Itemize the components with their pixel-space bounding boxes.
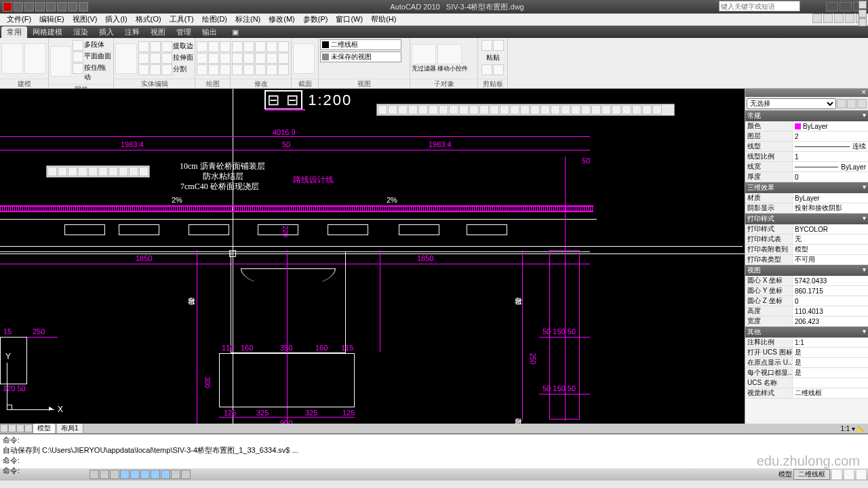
chamfer-icon[interactable] [255, 64, 266, 75]
vt6-icon[interactable] [429, 105, 438, 115]
tab-manage[interactable]: 管理 [171, 26, 197, 38]
subtract-icon[interactable] [150, 41, 161, 52]
qat-undo-icon[interactable] [46, 2, 56, 12]
prop-layer-val[interactable]: 2 [793, 131, 868, 141]
vt16-icon[interactable] [530, 105, 540, 115]
join-icon[interactable] [278, 64, 289, 75]
prop-group-general[interactable]: 常规▾ [745, 110, 868, 121]
menu-edit[interactable]: 编辑(E) [35, 14, 68, 24]
palette-btn-1[interactable] [859, 1, 867, 9]
mesh-button[interactable] [115, 43, 137, 74]
vt11-icon[interactable] [479, 105, 489, 115]
visual-style-dropdown[interactable]: 二维线框 [320, 39, 401, 50]
menu-file[interactable]: 文件(F) [3, 14, 35, 24]
qat-save-icon[interactable] [35, 2, 45, 12]
vt21-icon[interactable] [581, 105, 591, 115]
stretch-icon[interactable] [243, 53, 254, 64]
vt20-icon[interactable] [571, 105, 580, 115]
copy-icon[interactable] [243, 41, 254, 52]
vt15-icon[interactable] [520, 105, 530, 115]
menu-insert[interactable]: 插入(I) [101, 14, 131, 24]
pickadd-icon[interactable] [847, 99, 856, 108]
offset-icon[interactable] [278, 53, 289, 64]
vt19-icon[interactable] [561, 105, 570, 115]
vt18-icon[interactable] [551, 105, 560, 115]
prop-color-val[interactable]: ByLayer [793, 121, 868, 131]
vt12-icon[interactable] [490, 105, 499, 115]
paste-icon[interactable] [481, 40, 492, 51]
erase-icon[interactable] [232, 64, 243, 75]
vt10-icon[interactable] [469, 105, 479, 115]
tab-mesh[interactable]: 网格建模 [27, 26, 68, 38]
mirror-icon[interactable] [278, 41, 289, 52]
gizmo-button[interactable] [437, 44, 462, 64]
tab-output[interactable]: 输出 [197, 26, 222, 38]
vt24-icon[interactable] [612, 105, 621, 115]
tab-view[interactable]: 视图 [145, 26, 171, 38]
sep-icon[interactable] [138, 64, 149, 75]
tab-next-icon[interactable] [16, 424, 24, 432]
tab-expand-icon[interactable]: ▣ [226, 27, 244, 37]
array-icon[interactable] [267, 53, 277, 64]
vt27-icon[interactable] [642, 105, 652, 115]
clean-icon[interactable] [161, 64, 172, 75]
prop-group-plot[interactable]: 打印样式▾ [745, 214, 868, 224]
palette-btn-3[interactable] [859, 18, 867, 26]
vt23-icon[interactable] [601, 105, 611, 115]
view-toolbar[interactable] [376, 104, 675, 116]
properties-close-button[interactable]: ✕ [745, 89, 868, 97]
tab-home[interactable]: 常用 [1, 26, 27, 38]
prop-cz-val[interactable]: 0 [793, 296, 868, 306]
smooth-button[interactable] [50, 46, 71, 77]
prop-pstyle3-val[interactable]: 模型 [793, 245, 868, 254]
search-input[interactable] [719, 1, 800, 12]
prop-shadow-val[interactable]: 投射和接收阴影 [793, 203, 868, 213]
vt13-icon[interactable] [500, 105, 509, 115]
command-line[interactable]: 命令: 自动保存到 C:\Users\JIERYOU\appdata\local… [0, 433, 868, 468]
tab-annotate[interactable]: 注释 [119, 26, 145, 38]
planarsurf-icon[interactable] [73, 52, 83, 62]
maximize-button[interactable] [840, 2, 852, 12]
prop-cx-val[interactable]: 5742.0433 [793, 276, 868, 285]
menu-help[interactable]: 帮助(H) [367, 14, 400, 24]
vt8-icon[interactable] [449, 105, 458, 115]
qat-redo-icon[interactable] [57, 2, 66, 12]
font-icon[interactable] [98, 167, 108, 176]
more-icon[interactable] [139, 167, 149, 176]
vt25-icon[interactable] [622, 105, 631, 115]
prop-group-view[interactable]: 视图▾ [745, 265, 868, 276]
view-dropdown[interactable]: 未保存的视图 [320, 52, 401, 62]
bold-icon[interactable] [58, 167, 67, 176]
layout1-tab[interactable]: 布局1 [56, 423, 83, 434]
qat-open-icon[interactable] [24, 2, 34, 12]
rotate-icon[interactable] [255, 41, 266, 52]
box-button[interactable] [1, 43, 23, 74]
prop-lweight-val[interactable]: ByLayer [793, 162, 868, 171]
menu-view[interactable]: 视图(V) [68, 14, 102, 24]
menu-format[interactable]: 格式(O) [132, 14, 165, 24]
trim-icon[interactable] [267, 41, 277, 52]
color-icon[interactable] [108, 167, 118, 176]
vt3-icon[interactable] [398, 105, 408, 115]
imprint-icon[interactable] [161, 53, 172, 64]
tab-render[interactable]: 渲染 [68, 26, 94, 38]
explode-icon[interactable] [243, 64, 254, 75]
circle-icon[interactable] [220, 41, 231, 52]
intersect-icon[interactable] [161, 41, 172, 52]
minimize-button[interactable] [826, 2, 838, 12]
prop-ucs4-val[interactable] [793, 378, 868, 388]
copyclip-icon[interactable] [481, 64, 492, 75]
vt9-icon[interactable] [459, 105, 469, 115]
presspull-icon[interactable] [73, 63, 83, 74]
textstyle-icon[interactable] [47, 167, 57, 176]
vt17-icon[interactable] [540, 105, 550, 115]
menu-dimension[interactable]: 标注(N) [231, 14, 264, 24]
model-tab[interactable]: 模型 [33, 423, 56, 434]
prop-pstyle-val[interactable]: BYCOLOR [793, 224, 868, 234]
vt5-icon[interactable] [418, 105, 428, 115]
face-icon[interactable] [138, 53, 149, 64]
vt1-icon[interactable] [378, 105, 387, 115]
selection-dropdown[interactable]: 无选择 [747, 98, 836, 109]
exchange-icon[interactable] [834, 14, 844, 23]
prop-group-misc[interactable]: 其他▾ [745, 327, 868, 338]
